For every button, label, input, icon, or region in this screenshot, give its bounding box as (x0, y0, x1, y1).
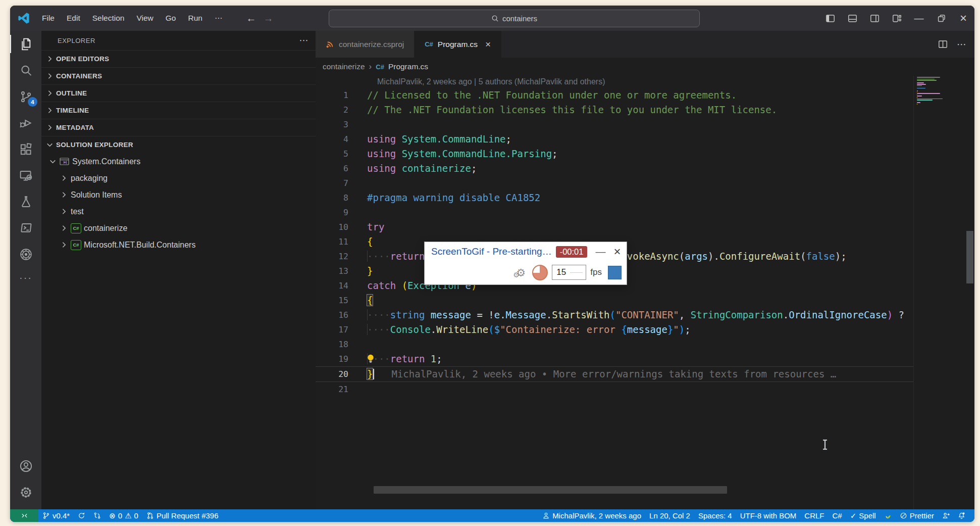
code-line-7[interactable]: 7 (316, 176, 919, 190)
status-sync[interactable] (74, 509, 89, 522)
tree-item-solution-items[interactable]: Solution Items (41, 186, 316, 203)
breadcrumb-file[interactable]: Program.cs (388, 62, 428, 71)
code-line-5[interactable]: 5using System.CommandLine.Parsing; (316, 147, 919, 161)
activity-remote-explorer[interactable] (10, 162, 41, 188)
activity-account[interactable] (10, 453, 41, 479)
breadcrumb[interactable]: containerize › C# Program.cs (316, 58, 974, 76)
tree-item-containerize[interactable]: C#containerize (41, 220, 316, 236)
section-solution-explorer[interactable]: SOLUTION EXPLORER (41, 136, 316, 153)
menu-selection[interactable]: Selection (87, 11, 130, 25)
sidebar-more-icon[interactable]: ⋯ (299, 35, 309, 46)
section-timeline[interactable]: TIMELINE (41, 102, 316, 119)
scrollbar-thumb[interactable] (966, 231, 973, 283)
error-icon: ⊗ (109, 512, 116, 519)
customize-layout-icon[interactable] (886, 6, 908, 31)
toggle-sidebar-icon[interactable] (819, 6, 841, 31)
menu-more[interactable]: ⋯ (209, 11, 228, 25)
status-encoding[interactable]: UTF-8 with BOM (736, 509, 801, 522)
search-value: containers (502, 14, 537, 23)
tree-item-system-containers[interactable]: System.Containers (41, 153, 316, 170)
activity-terminal[interactable] (10, 215, 41, 241)
section-metadata[interactable]: METADATA (41, 119, 316, 136)
code-line-3[interactable]: 3 (316, 117, 919, 132)
status-indentation[interactable]: Spaces: 4 (694, 509, 736, 522)
menu-view[interactable]: View (131, 11, 159, 25)
status-spell[interactable]: ✓Spell (846, 509, 880, 522)
record-timer-icon[interactable] (532, 265, 548, 280)
toggle-secondary-sidebar-icon[interactable] (863, 6, 886, 31)
menu-go[interactable]: Go (160, 11, 182, 25)
status-blame[interactable]: MichalPavlik, 2 weeks ago (538, 509, 645, 522)
status-pull-request[interactable]: Pull Request #396 (142, 509, 223, 522)
command-center-search[interactable]: containers (329, 10, 700, 27)
code-line-8[interactable]: 8#pragma warning disable CA1852 (316, 190, 919, 205)
tree-item-test[interactable]: test (41, 203, 316, 220)
code-line-10[interactable]: 10try (316, 220, 919, 234)
status-feedback[interactable] (938, 509, 954, 522)
status-sprout[interactable] (880, 509, 896, 522)
status-compare[interactable] (89, 509, 105, 522)
activity-source-control[interactable]: 4 (10, 83, 41, 110)
minimize-icon[interactable]: — (595, 246, 605, 258)
section-outline[interactable]: OUTLINE (41, 84, 316, 102)
remote-icon (21, 512, 28, 519)
split-editor-icon[interactable] (938, 39, 948, 49)
close-button[interactable]: × (952, 6, 974, 31)
fps-slider[interactable] (570, 272, 583, 273)
section-open-editors[interactable]: OPEN EDITORS (41, 50, 316, 67)
status-prettier[interactable]: Prettier (896, 509, 938, 522)
close-icon[interactable]: × (613, 246, 621, 258)
tab-program-cs[interactable]: C# Program.cs × (415, 31, 501, 58)
menu-run[interactable]: Run (182, 11, 208, 25)
activity-explorer[interactable] (10, 31, 41, 57)
status-cursor-position[interactable]: Ln 20, Col 2 (645, 509, 694, 522)
editor-more-icon[interactable]: ⋯ (957, 38, 966, 50)
status-language-mode[interactable]: C# (829, 509, 846, 522)
horizontal-scrollbar[interactable] (374, 486, 727, 494)
code-line-17[interactable]: 17····Console.WriteLine($"Containerize: … (316, 322, 919, 337)
status-remote[interactable] (10, 509, 38, 522)
tab-containerize-csproj[interactable]: containerize.csproj (316, 31, 415, 58)
menu-edit[interactable]: Edit (61, 11, 86, 25)
tree-item-packaging[interactable]: packaging (41, 170, 316, 186)
code-line-1[interactable]: 1// Licensed to the .NET Foundation unde… (316, 88, 919, 103)
fps-input[interactable]: 15 (552, 265, 586, 280)
code-line-15[interactable]: 15{ (316, 293, 919, 308)
activity-run-debug[interactable] (10, 110, 41, 136)
activity-settings[interactable] (10, 479, 41, 505)
code-line-4[interactable]: 4using System.CommandLine; (316, 132, 919, 147)
activity-more[interactable]: ··· (10, 267, 41, 288)
section-containers[interactable]: CONTAINERS (41, 67, 316, 84)
code-line-18[interactable]: 18 (316, 337, 919, 352)
code-line-16[interactable]: 16····string message = !e.Message.Starts… (316, 308, 919, 322)
status-eol[interactable]: CRLF (800, 509, 828, 522)
minimize-button[interactable]: — (908, 6, 930, 31)
settings-gears-icon[interactable]: ⚙⚙ (513, 265, 528, 280)
tree-item-microsoft-net-build-containers[interactable]: C#Microsoft.NET.Build.Containers (41, 236, 316, 253)
vertical-scrollbar[interactable] (966, 76, 973, 509)
lightbulb-icon[interactable] (366, 354, 376, 364)
status-notifications[interactable] (954, 509, 969, 522)
activity-polyglot[interactable] (10, 241, 41, 267)
code-line-2[interactable]: 2// The .NET Foundation licenses this fi… (316, 103, 919, 117)
code-line-19[interactable]: 19····return 1; (316, 352, 919, 366)
explorer-sidebar: EXPLORER ⋯ OPEN EDITORSCONTAINERSOUTLINE… (41, 31, 316, 509)
activity-extensions[interactable] (10, 136, 41, 162)
breadcrumb-folder[interactable]: containerize (323, 62, 365, 71)
status-branch[interactable]: v0.4* (38, 509, 74, 522)
nav-back-icon[interactable]: ← (246, 13, 256, 24)
activity-search[interactable] (10, 57, 41, 83)
code-line-6[interactable]: 6using containerize; (316, 161, 919, 176)
activity-testing[interactable] (10, 188, 41, 215)
code-line-9[interactable]: 9 (316, 205, 919, 220)
minimap[interactable] (913, 76, 964, 509)
tab-close-icon[interactable]: × (485, 39, 491, 50)
code-line-20[interactable]: 20}MichalPavlik, 2 weeks ago • More erro… (316, 366, 919, 382)
code-line-21[interactable]: 21 (316, 382, 919, 397)
record-button[interactable] (608, 266, 622, 279)
status-problems[interactable]: ⊗0⚠0 (105, 509, 142, 522)
screentogif-titlebar[interactable]: ScreenToGif - Pre-starting… -00:01 — × (425, 242, 627, 261)
restore-button[interactable] (930, 6, 952, 31)
toggle-panel-icon[interactable] (841, 6, 863, 31)
menu-file[interactable]: File (36, 11, 60, 25)
